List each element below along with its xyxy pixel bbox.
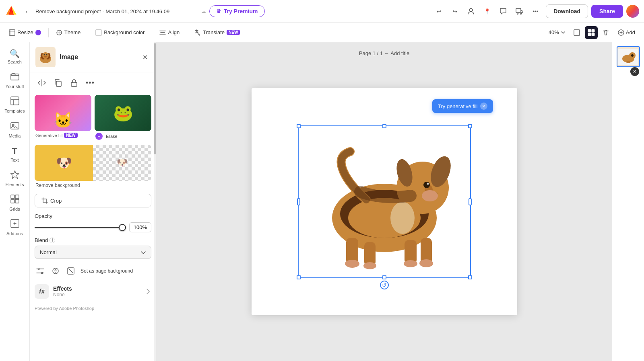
theme-button[interactable]: Theme <box>52 27 85 38</box>
svg-point-34 <box>44 56 47 57</box>
sidebar-item-media[interactable]: Media <box>2 118 28 142</box>
page-view-button[interactable] <box>570 26 583 39</box>
svg-rect-23 <box>15 195 19 199</box>
user-presence-button[interactable] <box>464 4 478 18</box>
effects-grid: 🐱 Generative fill NEW 🐸 Erase <box>30 92 156 145</box>
download-button[interactable]: Download <box>546 4 588 18</box>
dog-image-container[interactable]: ↺ <box>298 125 471 278</box>
zoom-control[interactable]: 40% <box>545 28 569 37</box>
logo[interactable] <box>5 4 18 18</box>
opacity-slider[interactable] <box>35 227 126 228</box>
align-button[interactable]: Align <box>155 27 184 38</box>
blend-dropdown[interactable]: Normal <box>35 246 151 259</box>
share-button[interactable]: Share <box>591 5 623 18</box>
close-thumbnail-button[interactable]: ✕ <box>630 67 639 76</box>
canvas-page: Try generative fill ✕ <box>252 88 517 315</box>
search-icon: 🔍 <box>10 49 20 58</box>
filter-icon[interactable] <box>50 265 61 277</box>
comment-button[interactable] <box>496 4 510 18</box>
svg-rect-22 <box>11 195 14 199</box>
svg-point-66 <box>631 54 634 57</box>
more-actions-button[interactable]: ••• <box>84 76 97 89</box>
toolbar-divider <box>48 28 49 37</box>
svg-rect-11 <box>574 30 580 35</box>
panel-actions-row: ••• <box>30 72 156 92</box>
image-panel: Image ✕ ••• 🐱 <box>30 42 157 361</box>
svg-rect-12 <box>588 29 591 32</box>
add-page-button[interactable]: Add <box>614 28 639 37</box>
rotate-handle[interactable]: ↺ <box>380 281 389 289</box>
redo-button[interactable]: ↪ <box>448 4 462 18</box>
opacity-value-input[interactable] <box>129 222 151 232</box>
svg-point-67 <box>626 61 630 63</box>
sidebar-item-text[interactable]: T Text <box>2 143 28 166</box>
crop-button[interactable]: Crop <box>35 194 151 207</box>
adjust-icon[interactable] <box>35 265 46 277</box>
svg-point-7 <box>517 13 518 14</box>
copy-button[interactable] <box>52 76 64 89</box>
translate-button[interactable]: Translate NEW <box>190 27 244 38</box>
sidebar-item-templates[interactable]: Templates <box>2 93 28 117</box>
svg-point-48 <box>345 260 359 268</box>
sidebar-item-addons[interactable]: Add-ons <box>2 216 28 240</box>
gen-fill-close-button[interactable]: ✕ <box>480 103 487 110</box>
remove-bg-label: Remove background <box>35 181 151 190</box>
avatar[interactable] <box>626 5 639 18</box>
try-premium-button[interactable]: ♛ Try Premium <box>209 5 265 17</box>
svg-rect-9 <box>9 30 15 35</box>
svg-point-31 <box>42 52 49 59</box>
panel-close-button[interactable]: ✕ <box>139 51 151 63</box>
undo-button[interactable]: ↩ <box>431 4 446 18</box>
svg-point-5 <box>469 8 473 12</box>
generative-fill-card[interactable]: 🐱 Generative fill NEW <box>35 95 91 142</box>
crown-icon: ♛ <box>216 8 221 14</box>
resize-button[interactable]: Resize <box>5 27 45 38</box>
svg-rect-14 <box>588 33 591 36</box>
text-icon: T <box>12 146 17 156</box>
add-title-link[interactable]: Add title <box>390 50 409 56</box>
svg-point-33 <box>46 54 47 55</box>
sidebar-item-elements[interactable]: Elements <box>2 167 28 191</box>
erase-icon <box>95 133 103 140</box>
sidebar-item-grids[interactable]: Grids <box>2 191 28 215</box>
more-options-button[interactable]: ••• <box>528 4 543 18</box>
effects-info: Effects None <box>53 285 145 297</box>
set-page-bg-label[interactable]: Set as page background <box>80 268 133 274</box>
svg-rect-35 <box>56 81 61 86</box>
present-button[interactable] <box>512 4 526 18</box>
gen-fill-new-badge: NEW <box>64 133 77 138</box>
lock-button[interactable] <box>68 76 80 89</box>
svg-point-62 <box>390 202 415 234</box>
svg-point-61 <box>422 190 438 201</box>
bottom-icons-row: Set as page background <box>30 262 156 280</box>
try-generative-fill-popup[interactable]: Try generative fill ✕ <box>432 99 493 113</box>
erase-card[interactable]: 🐸 Erase <box>95 95 151 142</box>
page-thumbnail[interactable] <box>617 46 640 67</box>
elements-icon <box>10 170 19 181</box>
background-color-button[interactable]: Background color <box>91 27 149 38</box>
folder-icon <box>10 72 19 83</box>
back-button[interactable]: ‹ <box>21 6 32 17</box>
left-sidebar: 🔍 Search Your stuff Templates Media T Te… <box>0 42 30 361</box>
svg-point-20 <box>12 124 14 126</box>
remove-background-card[interactable]: 🐶 🐶 <box>35 145 151 181</box>
sidebar-item-search[interactable]: 🔍 Search <box>2 45 28 68</box>
svg-rect-17 <box>11 74 19 80</box>
toolbar-divider4 <box>187 28 187 37</box>
no-style-icon[interactable] <box>65 265 76 277</box>
delete-button[interactable] <box>599 26 612 39</box>
blend-info-icon[interactable]: i <box>50 238 55 243</box>
timer-icon-button[interactable]: 📍 <box>480 4 494 18</box>
bg-color-swatch <box>95 29 102 36</box>
page-title-row: Page 1 / 1 – Add title <box>359 50 410 56</box>
effects-row[interactable]: fx Effects None <box>30 280 156 303</box>
cloud-save-icon: ☁ <box>201 8 206 14</box>
panel-header: Image ✕ <box>30 42 156 72</box>
flip-button[interactable] <box>35 76 48 89</box>
svg-rect-36 <box>71 82 77 86</box>
grid-view-button[interactable] <box>585 26 598 39</box>
scrollbar-thumb[interactable] <box>154 43 156 155</box>
canvas-area: Page 1 / 1 – Add title Try generative fi… <box>157 42 612 361</box>
sidebar-item-your-stuff[interactable]: Your stuff <box>2 69 28 92</box>
scrollbar-track[interactable] <box>154 42 156 361</box>
